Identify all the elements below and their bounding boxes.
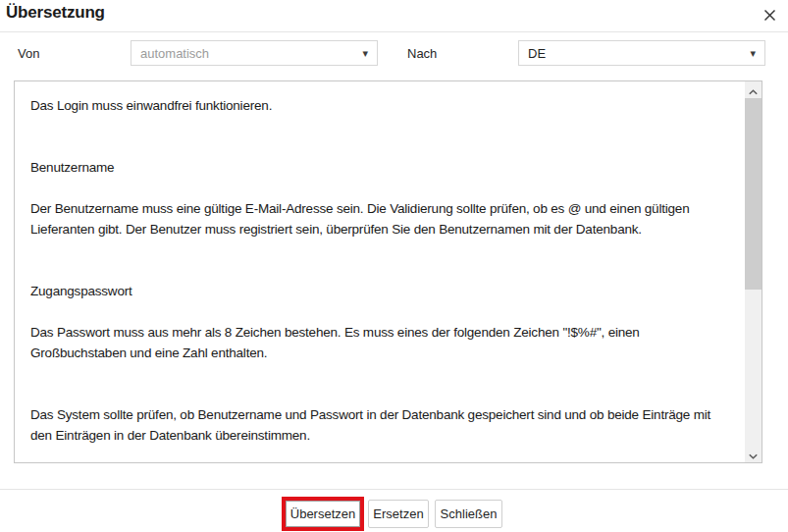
- scroll-down-button[interactable]: [745, 446, 762, 462]
- translate-button[interactable]: Übersetzen: [286, 501, 360, 527]
- page-title: Übersetzung: [6, 3, 105, 23]
- replace-button[interactable]: Ersetzen: [368, 500, 429, 528]
- chevron-down-icon: ▾: [362, 48, 368, 59]
- translation-dialog: Übersetzung Von automatisch ▾ Nach DE ▾ …: [0, 0, 788, 532]
- header-divider: [0, 31, 788, 32]
- chevron-down-icon: ▾: [750, 48, 756, 59]
- from-language-value: automatisch: [140, 46, 209, 61]
- chevron-down-icon: [749, 446, 758, 463]
- close-dialog-button[interactable]: Schließen: [435, 500, 502, 528]
- from-label: Von: [18, 46, 39, 61]
- close-icon: [764, 7, 775, 25]
- source-text-area[interactable]: Das Login muss einwandfrei funktionieren…: [14, 80, 762, 463]
- scroll-up-button[interactable]: [745, 81, 762, 98]
- from-language-dropdown[interactable]: automatisch ▾: [131, 40, 378, 66]
- to-label: Nach: [407, 46, 437, 61]
- to-language-value: DE: [528, 46, 546, 61]
- close-button[interactable]: [759, 6, 780, 26]
- chevron-up-icon: [749, 81, 758, 99]
- footer-divider: [0, 489, 788, 490]
- vertical-scrollbar[interactable]: [745, 81, 762, 462]
- to-language-dropdown[interactable]: DE ▾: [518, 40, 765, 66]
- scrollbar-thumb[interactable]: [745, 98, 762, 290]
- highlight-annotation: Übersetzen: [282, 497, 364, 531]
- source-text-content: Das Login muss einwandfrei funktionieren…: [15, 81, 745, 462]
